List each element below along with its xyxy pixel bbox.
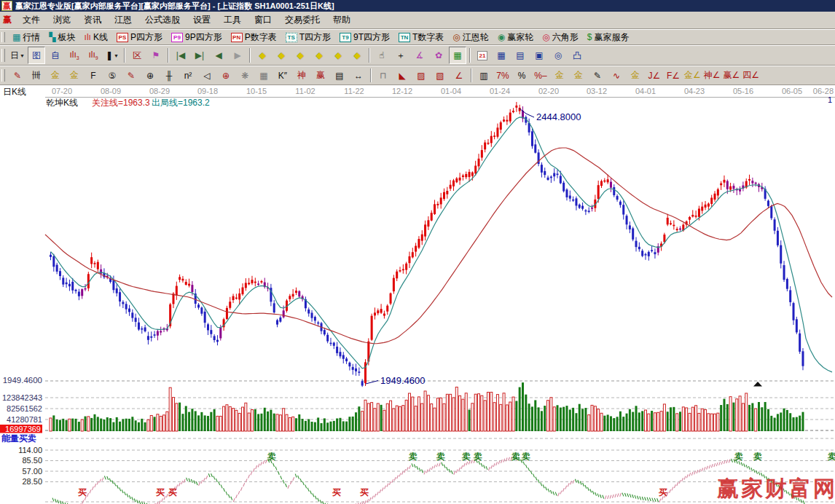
draw-j-angle-button[interactable]: J∠ [646, 67, 663, 84]
toolbar-button-t-table[interactable]: TNT数字表 [394, 31, 448, 44]
draw-k-mark-button[interactable]: K″ [274, 67, 291, 84]
menu-item-江恩[interactable]: 江恩 [108, 13, 138, 26]
view-region-stamp-button[interactable]: 区 [128, 47, 146, 64]
view-angle-cursor-button[interactable]: ∡ [411, 47, 428, 64]
draw-gold-underline-button[interactable]: 金 [627, 67, 644, 84]
draw-percent-button[interactable]: % [513, 67, 530, 84]
toolbar-button-kline[interactable]: ılıK线 [80, 31, 112, 44]
view-shift-right-button[interactable]: ◆ [273, 47, 290, 64]
draw-fan-lines-button[interactable]: ◣ [393, 67, 411, 84]
toolbar-button-winner-service[interactable]: $赢家服务 [583, 31, 634, 44]
draw-gold-angle-button[interactable]: 金∠ [683, 67, 702, 84]
draw-fan-square-button[interactable]: ▧ [431, 67, 449, 84]
draw-gold-circle-button[interactable]: 金 [551, 67, 568, 84]
gold-circle-icon: 金 [555, 69, 564, 82]
draw-square-web-button[interactable]: ▦ [255, 67, 273, 84]
toolbar-button-hexagon[interactable]: ◎六角形 [538, 31, 582, 44]
toolbar-button-9t-square[interactable]: T99T四方形 [335, 31, 394, 44]
toolbar-button-p-square[interactable]: PSP四方形 [112, 31, 167, 44]
view-last-bar-button[interactable]: ▶| [191, 47, 208, 64]
view-chart-view-button[interactable]: 图 [28, 47, 45, 64]
svg-text:01-04: 01-04 [441, 87, 461, 95]
view-export-web-button[interactable]: ◎ [549, 47, 567, 64]
menu-item-帮助[interactable]: 帮助 [326, 13, 357, 26]
view-ma-3-button[interactable]: ılı3 [66, 47, 83, 64]
view-self-info-button[interactable]: 自 [47, 47, 64, 64]
draw-shen-angle-button[interactable]: 神∠ [703, 67, 721, 84]
view-fit-all-button[interactable]: ◆ [329, 47, 347, 64]
red-marker-icon: ✎ [128, 71, 135, 81]
toolbar-button-9p-square[interactable]: P99P四方形 [167, 31, 227, 44]
draw-grid-lines-button[interactable]: 卌 [28, 67, 45, 84]
toolbar-grip[interactable] [1, 32, 5, 42]
menu-item-资讯[interactable]: 资讯 [77, 13, 108, 26]
toolbar-grip[interactable] [1, 69, 5, 82]
view-expand-h-button[interactable]: ◆ [291, 47, 309, 64]
draw-ruler-123-button[interactable]: ▤ [331, 67, 348, 84]
view-save-button[interactable]: ▣ [530, 47, 548, 64]
toolbar-button-t-square[interactable]: TST四方形 [281, 31, 335, 44]
view-zoom-all-button[interactable]: ◆ [348, 47, 366, 64]
draw-fan-box-button[interactable]: ▨ [412, 67, 430, 84]
draw-red-marker-button[interactable]: ✎ [122, 67, 140, 84]
draw-star-web-button[interactable]: ❋ [236, 67, 254, 84]
draw-box-tool-button[interactable]: ⊓ [375, 67, 392, 84]
draw-percent-7-button[interactable]: 7% [494, 67, 511, 84]
view-hand-tool-button[interactable]: ☝ [373, 47, 391, 64]
view-calculator-button[interactable]: ▦ [493, 47, 510, 64]
view-grid-cursor-button[interactable]: ▦ [449, 47, 466, 64]
view-prev-bar-button[interactable]: ◀ [210, 47, 227, 64]
view-flag-button[interactable]: ⚑ [147, 47, 165, 64]
draw-pen-candle-button[interactable]: ✎ [589, 67, 606, 84]
view-first-bar-button[interactable]: |◀ [172, 47, 189, 64]
toolbar-button-quotes[interactable]: ▦行情 [8, 31, 44, 44]
child-window-icon[interactable]: 赢 [3, 14, 12, 26]
draw-gann-circle-button[interactable]: ⊕ [217, 67, 235, 84]
draw-angle-lines-button[interactable]: ∠ [450, 67, 468, 84]
draw-f-angle-button[interactable]: F∠ [665, 67, 682, 84]
menu-item-文件[interactable]: 文件 [16, 13, 47, 26]
view-calendar-button[interactable]: 21 [474, 47, 491, 64]
menu-item-设置[interactable]: 设置 [187, 13, 217, 26]
view-next-bar-button[interactable]: ▶ [229, 47, 246, 64]
draw-angle-fan-button[interactable]: ◁ [198, 67, 216, 84]
draw-ying-angle-button[interactable]: 赢∠ [723, 67, 741, 84]
view-notepad-button[interactable]: ▤ [511, 47, 529, 64]
view-print-button[interactable]: 凸 [568, 47, 586, 64]
draw-h-measure-button[interactable]: ↔ [350, 67, 367, 84]
chart-canvas[interactable]: 07-2008-0908-2909-1810-1511-0211-2212-12… [0, 85, 835, 504]
draw-shen-grid-button[interactable]: 神 [293, 67, 310, 84]
draw-gold-grid-1-button[interactable]: 金 [47, 67, 64, 84]
draw-gold-line-button[interactable]: 金 [570, 67, 587, 84]
draw-wave-line-button[interactable]: ∿ [608, 67, 625, 84]
toolbar-button-gann-wheel[interactable]: ◎江恩轮 [448, 31, 493, 44]
draw-percent-line-button[interactable]: %– [532, 67, 549, 84]
draw-n-square-button[interactable]: n² [179, 67, 197, 84]
toolbar-button-sectors[interactable]: ▚板块 [44, 31, 79, 44]
view-cross-cursor-button[interactable]: ＋ [392, 47, 409, 64]
draw-circle-ruler-button[interactable]: ⊕ [141, 67, 159, 84]
toolbar-grip[interactable] [1, 49, 5, 62]
menu-item-窗口[interactable]: 窗口 [248, 13, 278, 26]
view-ma-9-button[interactable]: ılı9 [85, 47, 102, 64]
sell-signal: 卖 [436, 452, 445, 462]
draw-f-grid-button[interactable]: F [85, 67, 102, 84]
draw-pencil-button[interactable]: ✎ [9, 67, 26, 84]
menu-item-交易委托[interactable]: 交易委托 [278, 13, 326, 26]
draw-bar-scale-button[interactable]: ▥ [475, 67, 493, 84]
view-period-day-button[interactable]: 日▼ [9, 47, 26, 64]
draw-ying-grid-button[interactable]: 赢 [312, 67, 329, 84]
menu-item-工具[interactable]: 工具 [217, 13, 248, 26]
view-compress-h-button[interactable]: ◆ [310, 47, 328, 64]
view-candle-style-button[interactable]: ❚▼ [103, 47, 121, 64]
menu-item-公式选股[interactable]: 公式选股 [138, 13, 187, 26]
view-shift-left-button[interactable]: ◆ [254, 47, 271, 64]
toolbar-button-winner-wheel[interactable]: ◉赢家轮 [493, 31, 538, 44]
view-gann-cursor-button[interactable]: ✿ [430, 47, 447, 64]
draw-si-angle-button[interactable]: 四∠ [742, 67, 760, 84]
draw-tick-ruler-button[interactable]: ╫ [160, 67, 178, 84]
draw-gold-grid-2-button[interactable]: 金 [66, 67, 83, 84]
toolbar-button-p-table[interactable]: PNP数字表 [227, 31, 281, 44]
draw-spiral-button[interactable]: ⑤ [103, 67, 121, 84]
menu-item-浏览[interactable]: 浏览 [47, 13, 77, 26]
